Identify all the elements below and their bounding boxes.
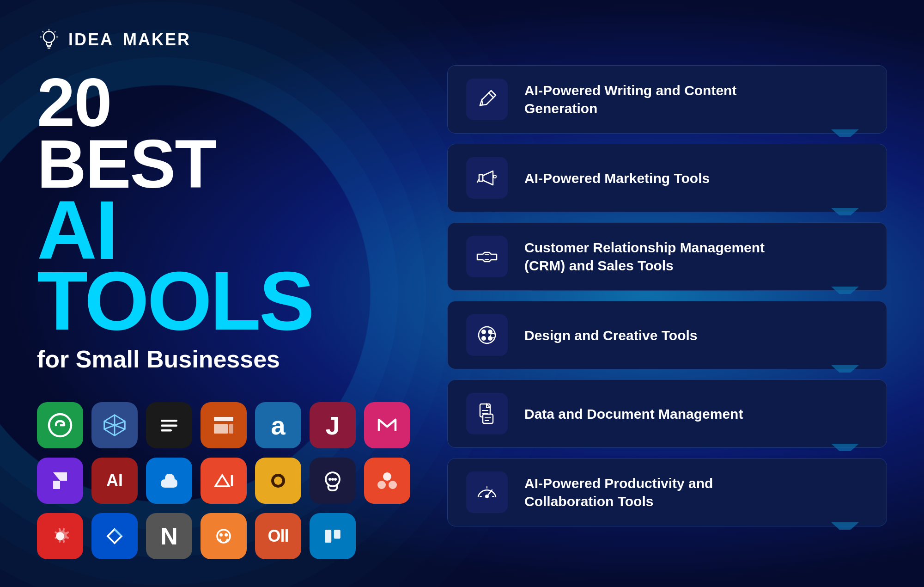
marketing-label: AI-Powered Marketing Tools (524, 169, 710, 187)
crm-icon-wrap (466, 236, 508, 277)
document-icon (474, 401, 499, 426)
category-card-marketing: AI-Powered Marketing Tools (447, 144, 887, 212)
svg-point-29 (389, 481, 397, 489)
svg-rect-34 (334, 530, 340, 539)
svg-rect-18 (214, 424, 228, 434)
svg-rect-14 (161, 420, 177, 422)
app-icon-jasper: J (310, 402, 356, 448)
app-icon-perplexity (91, 402, 138, 448)
app-icon-trello (310, 513, 356, 559)
svg-point-40 (482, 330, 486, 334)
data-icon-wrap (466, 393, 508, 434)
app-icon-fireflies (146, 402, 192, 448)
category-card-design: Design and Creative Tools (447, 301, 887, 369)
app-icon-asana (364, 458, 410, 504)
jasper-j: J (325, 410, 340, 440)
speedometer-icon (474, 480, 499, 505)
design-label: Design and Creative Tools (524, 326, 698, 344)
logo-part2: MAKER (123, 30, 191, 49)
svg-rect-19 (229, 424, 233, 434)
right-panel: AI-Powered Writing and ContentGeneration… (447, 28, 887, 559)
app-icon-todoist (255, 458, 301, 504)
svg-line-5 (55, 31, 55, 32)
logo: IDEA MAKER (37, 28, 410, 52)
app-icon-beautiful (201, 402, 247, 448)
svg-point-30 (217, 530, 230, 543)
amazon-a: a (271, 410, 285, 440)
headline: 20 BEST AI TOOLS for Small Businesses (37, 61, 410, 384)
app-icon-notion: N (146, 513, 192, 559)
data-label: Data and Document Management (524, 405, 743, 423)
app-icon-amazon: a (255, 402, 301, 448)
megaphone-icon (474, 165, 499, 190)
app-icon-settings (37, 513, 83, 559)
app-row-1: a J (37, 402, 410, 448)
writing-icon-wrap (466, 79, 508, 120)
svg-point-31 (219, 533, 223, 537)
svg-point-0 (43, 31, 55, 43)
svg-point-27 (383, 472, 391, 481)
app-icon-claude: Oll (255, 513, 301, 559)
category-card-data: Data and Document Management (447, 379, 887, 448)
svg-point-25 (331, 478, 334, 481)
headline-sub: for Small Businesses (37, 345, 410, 373)
category-card-writing: AI-Powered Writing and ContentGeneration (447, 65, 887, 134)
svg-point-43 (482, 336, 486, 340)
app-icon-spoke (310, 458, 356, 504)
logo-part1: IDEA (68, 30, 114, 49)
claude-label: Oll (267, 526, 288, 546)
app-icon-salesforce (146, 458, 192, 504)
app-row-2: AI (37, 458, 410, 504)
svg-point-44 (491, 333, 495, 338)
svg-point-52 (486, 495, 488, 498)
app-icon-zoho (201, 458, 247, 504)
svg-point-22 (274, 477, 282, 485)
svg-point-41 (488, 330, 492, 334)
writing-label: AI-Powered Writing and ContentGeneration (524, 81, 736, 117)
notion-n: N (160, 522, 178, 550)
svg-rect-48 (483, 414, 493, 423)
svg-point-32 (225, 533, 228, 537)
app-icon-ai2: AI (91, 458, 138, 504)
crm-label: Customer Relationship Management(CRM) an… (524, 238, 765, 275)
category-card-crm: Customer Relationship Management(CRM) an… (447, 222, 887, 291)
svg-rect-17 (214, 417, 233, 421)
svg-point-24 (328, 478, 331, 481)
pencil-icon (474, 87, 499, 112)
app-icon-jira (91, 513, 138, 559)
main-content: IDEA MAKER 20 BEST AI TOOLS for Small Bu… (0, 0, 924, 587)
svg-rect-16 (161, 429, 172, 432)
svg-rect-33 (325, 530, 331, 543)
app-icon-mem (364, 402, 410, 448)
logo-bulb-icon (37, 28, 61, 52)
logo-text: IDEA MAKER (68, 30, 191, 49)
design-icon-wrap (466, 314, 508, 356)
handshake-icon (474, 244, 499, 269)
svg-line-4 (43, 31, 43, 32)
left-panel: IDEA MAKER 20 BEST AI TOOLS for Small Bu… (37, 28, 410, 559)
app-icon-framer (37, 458, 83, 504)
app-icon-grammarly (37, 402, 83, 448)
svg-point-26 (334, 478, 337, 481)
app-icons-grid: a J AI (37, 402, 410, 559)
productivity-icon-wrap (466, 471, 508, 513)
marketing-icon-wrap (466, 157, 508, 199)
productivity-label: AI-Powered Productivity andCollaboration… (524, 474, 713, 510)
app-row-3: N Oll (37, 513, 410, 559)
headline-number: 20 (37, 72, 410, 133)
palette-icon (474, 323, 499, 348)
category-card-productivity: AI-Powered Productivity andCollaboration… (447, 458, 887, 526)
svg-point-36 (493, 175, 496, 178)
headline-tools: TOOLS (37, 265, 410, 336)
svg-rect-15 (161, 425, 177, 427)
app-icon-lasso (201, 513, 247, 559)
ai-label: AI (106, 471, 123, 490)
svg-point-28 (377, 481, 386, 489)
